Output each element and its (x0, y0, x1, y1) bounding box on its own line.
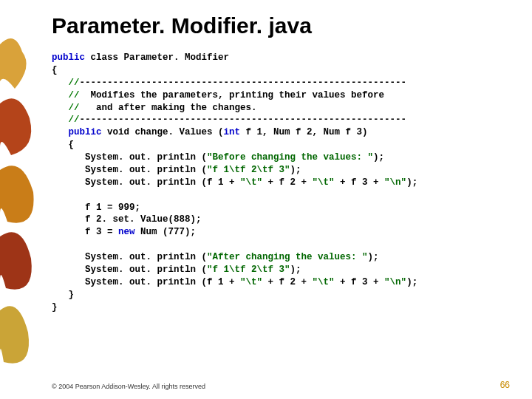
stmt: f 3 = (52, 227, 118, 237)
str: "\n" (384, 177, 406, 188)
cmt-line: ----------------------------------------… (80, 115, 407, 125)
stmt: System. out. println ( (52, 252, 207, 262)
stmt: System. out. println (f 1 + (52, 277, 240, 287)
tok: class (85, 52, 124, 63)
str: "\t" (240, 277, 262, 287)
str: "\n" (384, 277, 406, 287)
code-block: public class Parameter. Modifier { //---… (52, 52, 510, 313)
stmt: f 1 = 999; (52, 202, 140, 213)
str: "\t" (313, 277, 335, 287)
tok: ); (406, 177, 417, 188)
page-number: 66 (500, 380, 510, 390)
cmt: // (52, 115, 80, 125)
tok: Num (777); (135, 227, 197, 237)
tok: + f 2 + (262, 177, 313, 188)
cmt: // (52, 90, 80, 100)
cmt: // (52, 103, 80, 113)
cmt-text: Modifies the parameters, printing their … (80, 90, 385, 100)
page-title: Parameter. Modifier. java (52, 13, 510, 38)
stmt: System. out. println ( (52, 165, 207, 175)
kw-new: new (118, 227, 135, 237)
kw-public: public (52, 127, 102, 137)
kw-public: public (52, 52, 85, 63)
stmt: System. out. println (f 1 + (52, 177, 240, 188)
str: "After changing the values: " (207, 252, 368, 262)
tok: + f 3 + (335, 277, 385, 287)
tok: ); (406, 277, 417, 287)
stmt: f 2. set. Value(888); (52, 214, 202, 225)
cmt-text: and after making the changes. (80, 103, 257, 113)
tok: ); (373, 152, 384, 163)
cmt-line: ----------------------------------------… (80, 78, 407, 88)
str: "f 1\tf 2\tf 3" (207, 265, 290, 275)
tok: + f 3 + (335, 177, 385, 188)
tok: + f 2 + (262, 277, 313, 287)
cmt: // (52, 78, 80, 88)
tok: ); (290, 265, 301, 275)
tok: void change. Values ( (102, 127, 224, 137)
tok: f 1, Num f 2, Num f 3) (240, 127, 368, 137)
str: "\t" (240, 177, 262, 188)
str: "f 1\tf 2\tf 3" (207, 165, 290, 175)
tok: ); (368, 252, 379, 262)
tok: ); (290, 165, 301, 175)
stmt: System. out. println ( (52, 152, 207, 163)
brace: { (52, 140, 74, 150)
str: "Before changing the values: " (207, 152, 373, 163)
brace: } (52, 290, 74, 300)
str: "\t" (313, 177, 335, 188)
slide-content: Parameter. Modifier. java public class P… (0, 0, 532, 313)
stmt: System. out. println ( (52, 265, 207, 275)
brace: { (52, 65, 58, 75)
copyright-text: © 2004 Pearson Addison-Wesley. All right… (52, 383, 205, 390)
brace: } (52, 302, 58, 313)
footer: © 2004 Pearson Addison-Wesley. All right… (52, 380, 510, 390)
kw-int: int (224, 127, 241, 137)
class-name: Parameter. Modifier (124, 52, 230, 63)
